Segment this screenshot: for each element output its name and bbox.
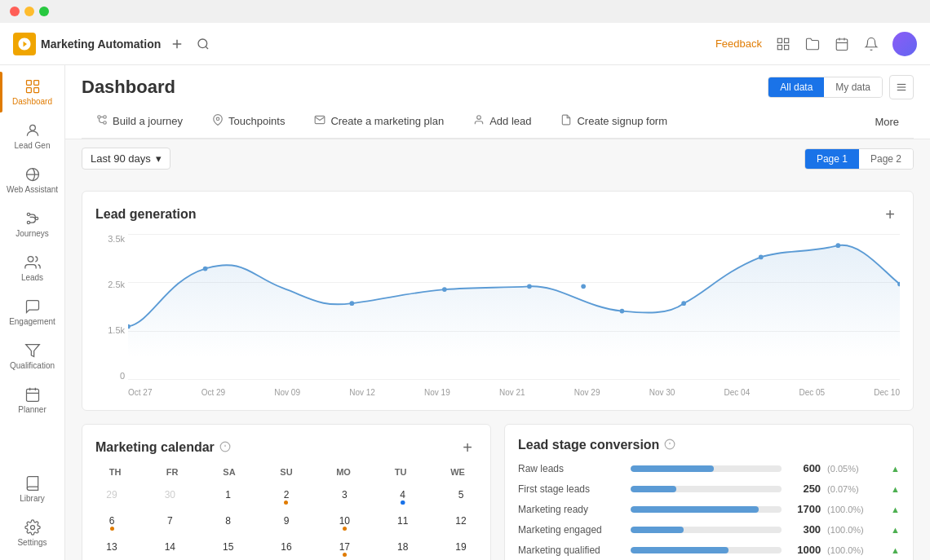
cal-cell-29-prev[interactable]: 29 [95,483,128,506]
notifications-icon[interactable] [863,36,879,52]
leads-icon [24,254,41,271]
cal-cell-10[interactable]: 10 [328,509,361,532]
cal-cell-3[interactable]: 3 [328,483,361,506]
page1-button[interactable]: Page 1 [805,149,859,169]
all-data-btn[interactable]: All data [768,77,824,97]
cal-header-sa: SA [213,467,246,477]
cal-cell-9[interactable]: 9 [270,509,303,532]
marketing-calendar-title: Marketing calendar [95,440,215,455]
lead-stage-header: Lead stage conversion [518,438,900,452]
svg-point-40 [527,284,532,289]
add-button[interactable] [167,34,187,54]
sidebar-label-dashboard: Dashboard [12,97,52,106]
cal-cell-13[interactable]: 13 [95,536,128,558]
cal-cell-4[interactable]: 4 [387,483,419,506]
sidebar-item-dashboard[interactable]: Dashboard [3,72,62,112]
action-marketing-plan[interactable]: Create a marketing plan [299,106,458,138]
svg-rect-8 [836,39,848,51]
page2-button[interactable]: Page 2 [859,149,913,169]
y-axis-labels: 3.5k 2.5k 1.5k 0 [95,234,125,381]
action-create-signup-form[interactable]: Create signup form [546,106,682,138]
cal-cell-6[interactable]: 6 [95,509,128,532]
y-label-25k: 2.5k [95,280,125,289]
cal-cell-15[interactable]: 15 [212,536,245,558]
cal-cell-12[interactable]: 12 [445,509,477,532]
cal-row-3: 13 14 15 16 17 18 19 [95,536,477,558]
date-filter-label: Last 90 days [91,152,151,165]
chart-view-button[interactable] [889,75,914,99]
cal-row-1: 29 30 1 2 3 4 5 [95,483,477,506]
lead-gen-chart: 3.5k 2.5k 1.5k 0 [95,234,900,397]
x-label-nov21: Nov 21 [499,388,525,397]
sidebar-label-journeys: Journeys [16,229,49,238]
x-label-nov30: Nov 30 [649,388,675,397]
svg-point-42 [620,309,625,314]
user-avatar[interactable] [892,32,917,56]
sidebar-item-lead-gen[interactable]: Lead Gen [3,116,62,157]
lead-gen-add-button[interactable]: + [880,205,900,224]
dashboard-header: Dashboard All data My data Build a journ… [65,65,930,139]
action-build-journey[interactable]: Build a journey [82,106,197,138]
sidebar-item-planner[interactable]: Planner [3,380,62,421]
cal-cell-19[interactable]: 19 [445,536,477,558]
cal-cell-16[interactable]: 16 [270,536,303,558]
raw-leads-fill [631,465,714,472]
cal-cell-7[interactable]: 7 [153,509,186,532]
cal-cell-2[interactable]: 2 [270,483,303,506]
marketing-calendar-info-icon[interactable] [219,441,231,455]
planner-icon [24,386,41,403]
minimize-btn[interactable] [24,7,34,16]
marketing-qualified-arrow: ▲ [891,545,900,555]
sidebar-item-library[interactable]: Library [3,469,62,509]
marketing-calendar-add-btn[interactable]: + [458,438,477,457]
svg-point-2 [198,39,207,48]
x-label-oct29: Oct 29 [202,388,225,397]
date-filter-dropdown[interactable]: Last 90 days ▾ [82,148,170,170]
cal-cell-17[interactable]: 17 [328,536,361,558]
more-button[interactable]: More [860,108,914,136]
cal-cell-1[interactable]: 1 [212,483,245,506]
close-btn[interactable] [10,7,20,16]
lead-gen-card-title: Lead generation [95,207,197,222]
sidebar-item-wrapper-library: Library [0,469,65,509]
marketing-plan-label: Create a marketing plan [330,115,444,127]
cal-cell-18[interactable]: 18 [387,536,419,558]
search-button[interactable] [193,34,213,54]
raw-leads-label: Raw leads [518,463,624,474]
x-label-oct27: Oct 27 [128,388,152,397]
feedback-button[interactable]: Feedback [715,37,762,50]
svg-point-16 [29,125,35,130]
action-add-lead[interactable]: Add lead [458,106,546,138]
tasks-icon[interactable] [775,36,791,52]
sidebar-item-qualification[interactable]: Qualification [3,336,62,377]
folder-icon[interactable] [804,36,821,52]
my-data-btn[interactable]: My data [824,77,882,97]
main-content: Lead generation + 3.5k 2.5k 1.5k 0 [65,178,930,560]
maximize-btn[interactable] [39,7,49,16]
cal-cell-11[interactable]: 11 [387,509,419,532]
sidebar-item-web-assistant[interactable]: Web Assistant [3,160,62,201]
cal-cell-14[interactable]: 14 [153,536,186,558]
sidebar-item-journeys[interactable]: Journeys [3,204,62,245]
lead-generation-card: Lead generation + 3.5k 2.5k 1.5k 0 [82,191,914,411]
chevron-down-icon: ▾ [156,152,162,165]
action-touchpoints[interactable]: Touchpoints [197,106,299,138]
x-label-dec05: Dec 05 [799,388,825,397]
sidebar-item-engagement[interactable]: Engagement [3,292,62,333]
sidebar-item-leads[interactable]: Leads [3,248,62,289]
library-icon [24,475,41,492]
calendar-icon[interactable] [834,36,850,52]
cal-cell-8[interactable]: 8 [212,509,245,532]
cal-cell-5[interactable]: 5 [445,483,477,506]
svg-point-38 [350,301,355,306]
touchpoints-label: Touchpoints [228,115,285,127]
content-area: Dashboard All data My data Build a journ… [65,65,930,560]
calendar-grid: TH FR SA SU MO TU WE 29 30 1 [95,467,477,560]
x-label-dec04: Dec 04 [724,388,751,397]
cal-cell-30-prev[interactable]: 30 [153,483,186,506]
svg-rect-23 [26,389,38,401]
first-stage-label: First stage leads [518,483,624,495]
lead-stage-info-icon[interactable] [664,439,675,452]
sidebar-item-settings[interactable]: Settings [3,513,62,553]
svg-point-43 [681,301,686,306]
